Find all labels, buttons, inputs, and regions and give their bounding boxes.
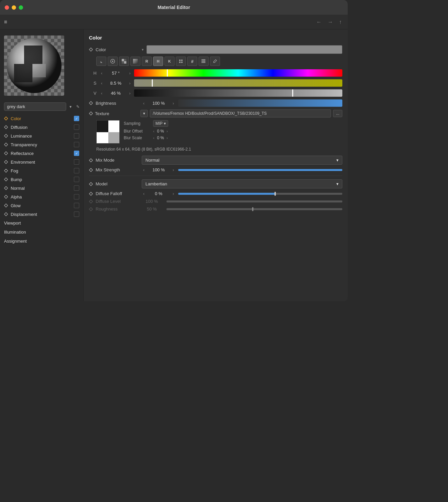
channel-checkbox-Fog[interactable] bbox=[74, 168, 79, 173]
channel-item-Alpha[interactable]: Alpha bbox=[0, 192, 83, 201]
preview-area bbox=[0, 33, 83, 98]
material-name-edit[interactable]: ✎ bbox=[75, 104, 81, 110]
tool-checker[interactable] bbox=[119, 57, 129, 66]
h-decrease-btn[interactable]: ‹ bbox=[100, 71, 104, 76]
blur-scale-increase[interactable]: › bbox=[166, 136, 168, 140]
sampling-arrow: ▾ bbox=[164, 121, 166, 126]
h-slider-track[interactable] bbox=[134, 69, 342, 77]
blur-offset-increase[interactable]: › bbox=[166, 129, 168, 133]
brightness-prop-row: Brightness ‹ 100 % › bbox=[89, 99, 342, 107]
channel-item-Displacement[interactable]: Displacement bbox=[0, 210, 83, 219]
channel-item-Normal[interactable]: Normal bbox=[0, 184, 83, 192]
svg-marker-17 bbox=[89, 48, 93, 51]
channel-item-Luminance[interactable]: Luminance bbox=[0, 132, 83, 140]
s-decrease-btn[interactable]: ‹ bbox=[100, 81, 104, 86]
minimize-button[interactable] bbox=[12, 5, 16, 10]
mix-strength-increase[interactable]: › bbox=[171, 167, 175, 172]
diffuse-level-track[interactable] bbox=[166, 200, 342, 202]
material-name-dropdown[interactable]: ▾ bbox=[68, 104, 73, 110]
channel-checkbox-Transparency[interactable] bbox=[74, 142, 79, 147]
svg-marker-11 bbox=[4, 169, 8, 172]
tool-H[interactable]: H bbox=[153, 57, 163, 66]
tool-corner[interactable]: ⌞ bbox=[96, 57, 106, 66]
hamburger-menu-button[interactable]: ≡ bbox=[4, 19, 7, 25]
fullscreen-button[interactable] bbox=[19, 5, 23, 10]
material-name-input[interactable] bbox=[4, 102, 66, 111]
channel-item-Reflectance[interactable]: Reflectance bbox=[0, 149, 83, 158]
brightness-slider-track[interactable] bbox=[178, 99, 342, 107]
channel-checkbox-Displacement[interactable] bbox=[74, 212, 79, 217]
v-increase-btn[interactable]: › bbox=[128, 91, 132, 96]
mix-mode-dropdown[interactable]: Normal ▾ bbox=[142, 156, 342, 165]
s-increase-btn[interactable]: › bbox=[128, 81, 132, 86]
tool-R[interactable]: R bbox=[142, 57, 152, 66]
color-swatch[interactable] bbox=[146, 45, 342, 54]
mix-strength-label: Mix Strength bbox=[96, 167, 139, 172]
channel-item-Glow[interactable]: Glow bbox=[0, 201, 83, 210]
sidebar-item-Assignment[interactable]: Assignment bbox=[0, 237, 83, 246]
close-button[interactable] bbox=[5, 5, 9, 10]
roughness-track[interactable] bbox=[166, 208, 342, 210]
nav-arrows: ← → ↑ bbox=[314, 18, 344, 26]
svg-rect-45 bbox=[97, 132, 108, 144]
texture-path[interactable]: /Volumes/Fremox HD/Boulot/Prod/SANDBOX/_… bbox=[150, 109, 331, 117]
svg-rect-25 bbox=[179, 60, 181, 61]
sidebar-item-Viewport[interactable]: Viewport bbox=[0, 219, 83, 228]
tool-gradient[interactable] bbox=[130, 57, 140, 66]
svg-rect-29 bbox=[202, 59, 203, 60]
svg-rect-24 bbox=[133, 59, 138, 64]
texture-more-button[interactable]: ... bbox=[333, 110, 342, 117]
svg-rect-20 bbox=[122, 59, 124, 61]
v-decrease-btn[interactable]: ‹ bbox=[100, 91, 104, 96]
texture-type-dropdown[interactable]: ▾ bbox=[140, 110, 148, 117]
channel-checkbox-Normal[interactable] bbox=[74, 185, 79, 191]
blur-scale-decrease[interactable]: ‹ bbox=[153, 136, 154, 140]
sidebar-item-Illumination[interactable]: Illumination bbox=[0, 228, 83, 237]
tool-wheel[interactable] bbox=[108, 57, 118, 66]
mix-strength-fill bbox=[178, 169, 342, 171]
channel-checkbox-Glow[interactable] bbox=[74, 203, 79, 208]
diffuse-falloff-increase[interactable]: › bbox=[171, 191, 175, 196]
tool-dots1[interactable] bbox=[176, 57, 186, 66]
blur-offset-decrease[interactable]: ‹ bbox=[153, 129, 154, 133]
v-slider-track[interactable] bbox=[134, 89, 342, 97]
channel-checkbox-Bump[interactable] bbox=[74, 177, 79, 182]
tool-hash[interactable]: # bbox=[187, 57, 197, 66]
channel-label-Displacement: Displacement bbox=[11, 212, 71, 217]
nav-forward-button[interactable]: → bbox=[326, 18, 335, 26]
h-increase-btn[interactable]: › bbox=[128, 71, 132, 76]
nav-back-button[interactable]: ← bbox=[314, 18, 324, 26]
color-prop-diamond bbox=[89, 48, 93, 52]
tool-K[interactable]: K bbox=[164, 57, 175, 66]
brightness-increase-btn[interactable]: › bbox=[171, 101, 175, 106]
channel-checkbox-Diffusion[interactable] bbox=[74, 124, 79, 130]
checker-icon bbox=[122, 59, 126, 64]
tool-dots2[interactable] bbox=[199, 57, 209, 66]
channel-checkbox-Reflectance[interactable] bbox=[74, 151, 79, 156]
channel-item-Fog[interactable]: Fog bbox=[0, 166, 83, 175]
s-slider-track[interactable] bbox=[134, 79, 342, 87]
channel-item-Diffusion[interactable]: Diffusion bbox=[0, 123, 83, 132]
channel-item-Bump[interactable]: Bump bbox=[0, 175, 83, 184]
mix-strength-track[interactable] bbox=[178, 169, 342, 171]
sidebar: ▾ ✎ Color Diffusion bbox=[0, 29, 84, 301]
channel-checkbox-Alpha[interactable] bbox=[74, 194, 79, 199]
nav-up-button[interactable]: ↑ bbox=[337, 18, 344, 26]
tool-eyedrop[interactable] bbox=[210, 57, 220, 66]
sampling-dropdown[interactable]: MIP ▾ bbox=[153, 120, 168, 127]
brightness-decrease-btn[interactable]: ‹ bbox=[142, 101, 146, 106]
channel-item-Transparency[interactable]: Transparency bbox=[0, 140, 83, 149]
mix-strength-decrease[interactable]: ‹ bbox=[142, 167, 146, 172]
channel-checkbox-Environment[interactable] bbox=[74, 159, 79, 165]
channel-checkbox-Color[interactable] bbox=[74, 116, 79, 121]
model-dropdown[interactable]: Lambertian ▾ bbox=[142, 179, 342, 188]
diffuse-falloff-decrease[interactable]: ‹ bbox=[142, 191, 146, 196]
color-dropdown-arrow[interactable]: ▾ bbox=[142, 48, 144, 52]
diamond-icon bbox=[4, 151, 8, 155]
roughness-row: Roughness 50 % bbox=[89, 206, 342, 212]
diamond-icon bbox=[4, 134, 8, 138]
diffuse-falloff-track[interactable] bbox=[178, 193, 342, 195]
channel-item-Color[interactable]: Color bbox=[0, 114, 83, 123]
channel-item-Environment[interactable]: Environment bbox=[0, 158, 83, 166]
channel-checkbox-Luminance[interactable] bbox=[74, 133, 79, 139]
